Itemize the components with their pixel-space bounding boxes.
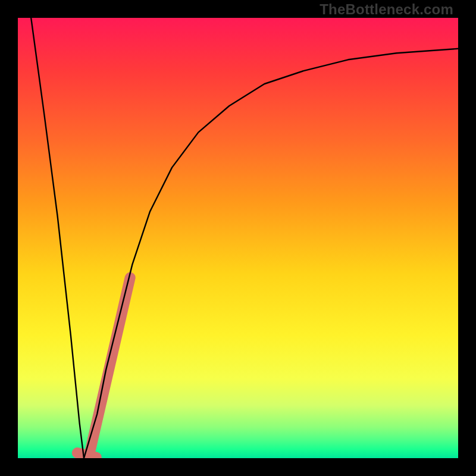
outer-frame: TheBottleneck.com	[0, 0, 476, 476]
chart-svg	[18, 18, 458, 458]
watermark-text: TheBottleneck.com	[320, 1, 453, 18]
highlight-dot	[77, 453, 96, 457]
highlight-segment	[90, 278, 130, 450]
plot-area	[18, 18, 458, 458]
curve-left-branch	[31, 18, 84, 458]
curve-right-branch	[84, 49, 458, 458]
